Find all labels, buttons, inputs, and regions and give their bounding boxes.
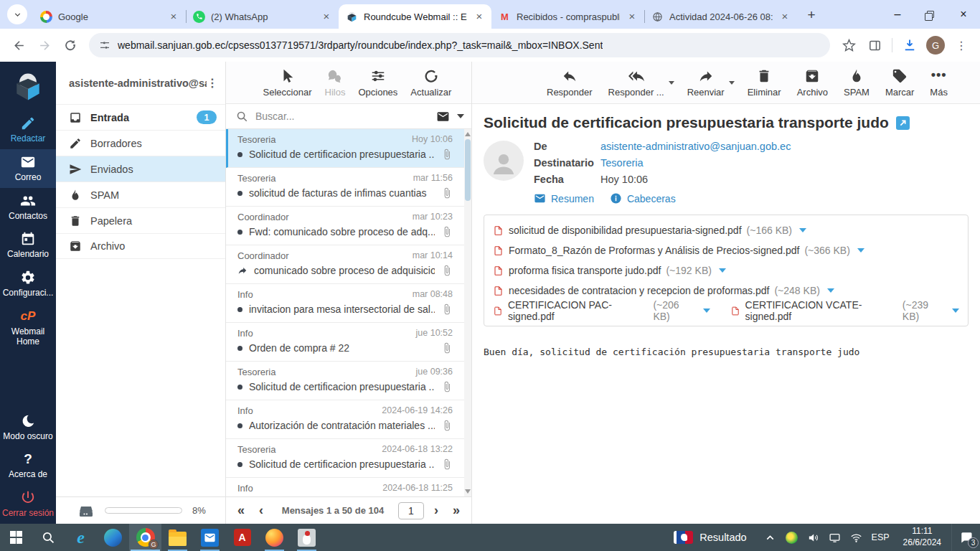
tab-google[interactable]: Google ×: [33, 4, 186, 29]
from-address-link[interactable]: asistente-administrativo@sanjuan.gob.ec: [600, 141, 791, 152]
spam-button[interactable]: SPAM: [841, 67, 872, 99]
message-list-item[interactable]: Tesoreriamar 11:56 solicitud de facturas…: [226, 168, 471, 207]
sidebar-item-cerrar-sesion[interactable]: Cerrar sesión: [0, 485, 56, 524]
tab-close-icon[interactable]: ×: [167, 10, 180, 23]
internet-explorer-button[interactable]: e: [65, 524, 97, 551]
forward-button[interactable]: [33, 34, 56, 57]
message-list-item[interactable]: Tesoreriajue 09:36 Solicitud de certific…: [226, 362, 471, 400]
options-button[interactable]: Opciones: [355, 67, 400, 99]
message-list-item[interactable]: Info2024-06-18 11:25: [226, 478, 471, 496]
tab-actividad[interactable]: Actividad 2024-06-26 08:00 ×: [644, 4, 797, 29]
forward-dropdown-icon[interactable]: [729, 81, 735, 85]
attachment[interactable]: CERTIFICACION PAC-signed.pdf (~206 KB): [493, 299, 710, 322]
taskbar-result-widget[interactable]: Resultado: [666, 524, 753, 551]
profile-avatar[interactable]: G: [924, 34, 947, 57]
attachment[interactable]: Formato_8_Razón de Proformas y Análisis …: [493, 245, 864, 257]
reply-button[interactable]: Responder: [544, 67, 595, 99]
folder-entrada[interactable]: Entrada 1: [56, 104, 225, 130]
attachment[interactable]: necesidades de contratacion y recepcion …: [493, 285, 834, 297]
window-restore-button[interactable]: [914, 0, 947, 29]
scroll-down-icon[interactable]: [465, 489, 471, 494]
url-text[interactable]: webmail.sanjuan.gob.ec/cpsess0137719571/…: [118, 39, 603, 51]
attachment-menu-caret-icon[interactable]: [799, 228, 806, 232]
archive-button[interactable]: Archivo: [794, 67, 831, 99]
page-number-input[interactable]: [398, 502, 424, 519]
tab-roundcube[interactable]: Roundcube Webmail :: Envia ×: [339, 4, 491, 29]
window-minimize-button[interactable]: –: [881, 0, 914, 29]
search-input[interactable]: [255, 110, 429, 122]
summary-link[interactable]: Resumen: [534, 192, 594, 204]
sidebar-item-contactos[interactable]: Contactos: [0, 188, 56, 227]
folder-archivo[interactable]: Archivo: [56, 233, 225, 259]
prev-page-button[interactable]: ‹: [255, 503, 268, 518]
folder-spam[interactable]: SPAM: [56, 182, 225, 207]
tab-search-button[interactable]: [7, 4, 27, 24]
action-center-button[interactable]: 3: [951, 524, 980, 551]
start-button[interactable]: [0, 524, 32, 551]
tab-gmail[interactable]: M Recibidos - compraspublicas ×: [491, 4, 644, 29]
sidebar-item-webmail-home[interactable]: cP Webmail Home: [0, 303, 56, 352]
sidebar-item-calendario[interactable]: Calendario: [0, 226, 56, 265]
back-button[interactable]: [7, 34, 30, 57]
firefox-button[interactable]: [258, 524, 291, 551]
headers-link[interactable]: Cabeceras: [610, 192, 676, 204]
message-list-item[interactable]: Infojue 10:52 Orden de compra # 22: [226, 323, 471, 362]
attachment-menu-caret-icon[interactable]: [703, 309, 710, 313]
new-tab-button[interactable]: +: [801, 5, 821, 25]
message-list-item[interactable]: Coordinadormar 10:23 Fwd: comunicado sob…: [226, 207, 471, 245]
taskbar-search-button[interactable]: [32, 524, 65, 551]
mail-app-button[interactable]: [194, 524, 226, 551]
list-scrollbar[interactable]: [464, 129, 471, 496]
java-app-button[interactable]: [291, 524, 323, 551]
edge-button[interactable]: [97, 524, 129, 551]
attachment[interactable]: solicitud de disponibilidad presupuestar…: [493, 225, 806, 237]
folder-enviados[interactable]: Enviados: [56, 156, 225, 182]
reply-all-button[interactable]: Responder ...: [606, 67, 667, 99]
reload-button[interactable]: [59, 34, 82, 57]
attachment-menu-caret-icon[interactable]: [857, 248, 864, 253]
folder-borradores[interactable]: Borradores: [56, 130, 225, 156]
address-bar[interactable]: webmail.sanjuan.gob.ec/cpsess0137719571/…: [89, 33, 830, 57]
browser-menu-icon[interactable]: ⋮: [950, 34, 973, 57]
message-list-item[interactable]: Coordinadormar 10:14 comunicado sobre pr…: [226, 245, 471, 284]
tab-close-icon[interactable]: ×: [320, 10, 333, 23]
select-button[interactable]: Seleccionar: [260, 67, 315, 99]
threads-button[interactable]: Hilos: [322, 67, 349, 99]
attachment[interactable]: proforma fisica transporte judo.pdf (~19…: [493, 265, 726, 277]
scrollbar-thumb[interactable]: [465, 139, 471, 201]
attachment-menu-caret-icon[interactable]: [719, 268, 726, 273]
first-page-button[interactable]: «: [233, 503, 249, 518]
next-page-button[interactable]: ›: [430, 503, 443, 518]
search-scope-mail-icon[interactable]: [436, 110, 450, 123]
language-indicator[interactable]: ESP: [872, 532, 890, 542]
taskbar-clock[interactable]: 11:11 26/6/2024: [899, 526, 946, 548]
folder-papelera[interactable]: Papelera: [56, 207, 225, 233]
scroll-up-icon[interactable]: [465, 132, 471, 136]
message-list-item[interactable]: Info2024-06-19 14:26 Autorización de con…: [226, 400, 471, 439]
last-page-button[interactable]: »: [448, 503, 464, 518]
to-address-link[interactable]: Tesoreria: [600, 157, 644, 169]
open-in-new-window-icon[interactable]: [896, 116, 910, 130]
reply-all-dropdown-icon[interactable]: [669, 81, 674, 85]
sidebar-item-correo[interactable]: Correo: [0, 149, 56, 188]
file-explorer-button[interactable]: [161, 524, 194, 551]
sidebar-item-redactar[interactable]: Redactar: [0, 110, 56, 149]
tray-expand-chevron-icon[interactable]: [764, 532, 776, 544]
window-close-button[interactable]: ×: [947, 0, 980, 29]
side-panel-icon[interactable]: [863, 34, 886, 57]
tab-close-icon[interactable]: ×: [473, 10, 486, 23]
message-list-item[interactable]: Infomar 08:48 invitacion para mesa inter…: [226, 284, 471, 323]
tab-whatsapp[interactable]: (2) WhatsApp ×: [186, 4, 339, 29]
folder-menu-icon[interactable]: ⋮: [207, 76, 218, 90]
wifi-icon[interactable]: [850, 532, 862, 544]
sidebar-item-acerca-de[interactable]: ? Acerca de: [0, 446, 56, 485]
site-settings-icon[interactable]: [99, 39, 110, 51]
tab-close-icon[interactable]: ×: [778, 10, 791, 23]
attachment-menu-caret-icon[interactable]: [827, 288, 834, 293]
tab-close-icon[interactable]: ×: [626, 10, 639, 23]
forward-button[interactable]: Reenviar: [684, 67, 727, 99]
message-list-item[interactable]: TesoreriaHoy 10:06 Solicitud de certific…: [226, 129, 471, 168]
downloads-icon[interactable]: [898, 34, 921, 57]
refresh-button[interactable]: Actualizar: [407, 67, 454, 99]
message-list-item[interactable]: Tesoreria2024-06-18 13:22 Solicitud de c…: [226, 439, 471, 478]
